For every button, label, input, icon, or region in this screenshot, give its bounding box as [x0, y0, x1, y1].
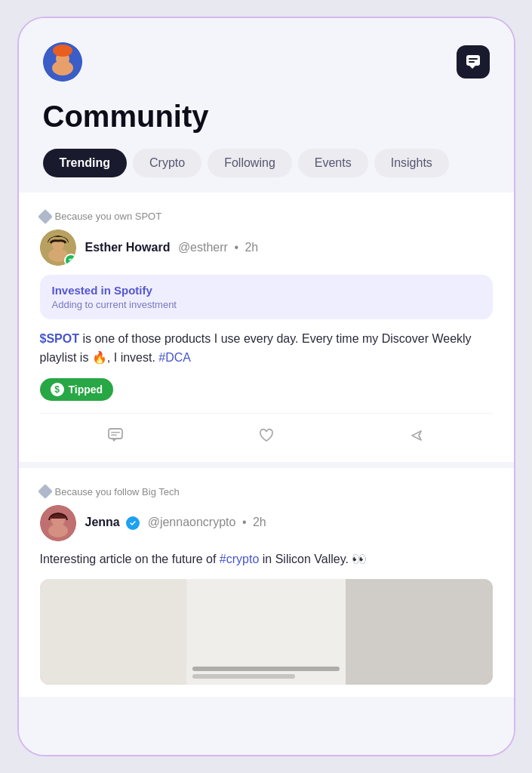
- post-author-row-1: Esther Howard @estherr • 2h: [40, 229, 493, 266]
- img-segment-1: [40, 579, 187, 685]
- post-text-plain-2a: Interesting article on the future of: [40, 553, 220, 565]
- author-info-1: Esther Howard @estherr • 2h: [85, 241, 259, 254]
- tipped-badge[interactable]: $ Tipped: [40, 378, 114, 401]
- tab-crypto[interactable]: Crypto: [133, 149, 201, 177]
- meta-tag-text-1: Because you own SPOT: [55, 211, 162, 222]
- tab-trending[interactable]: Trending: [43, 149, 128, 177]
- tab-following[interactable]: Following: [208, 149, 292, 177]
- post-meta-tag-1: Because you own SPOT: [40, 211, 493, 222]
- author-name-2[interactable]: Jenna @jennaoncrypto • 2h: [85, 516, 266, 530]
- tab-events[interactable]: Events: [298, 149, 368, 177]
- svg-rect-15: [111, 434, 117, 436]
- svg-rect-12: [109, 429, 122, 439]
- post-author-row-2: Jenna @jennaoncrypto • 2h: [40, 505, 493, 541]
- svg-rect-6: [469, 58, 478, 60]
- diamond-icon-2: [38, 484, 53, 499]
- svg-point-3: [53, 45, 72, 57]
- phone-container: Community Trending Crypto Following Even…: [17, 17, 515, 756]
- post-text-plain-2b: in Silicon Valley. 👀: [263, 553, 367, 565]
- img-segment-3: [346, 579, 493, 685]
- tab-insights[interactable]: Insights: [374, 149, 449, 177]
- feed-area: Because you own SPOT: [19, 192, 514, 755]
- image-content: [40, 579, 493, 685]
- user-avatar[interactable]: [43, 42, 82, 82]
- post-card-1: Because you own SPOT: [19, 192, 514, 462]
- meta-tag-text-2: Because you follow Big Tech: [55, 486, 180, 497]
- svg-marker-13: [112, 439, 117, 442]
- post-text-2: Interesting article on the future of #cr…: [40, 550, 493, 569]
- dollar-icon: $: [51, 383, 64, 396]
- chat-icon-button[interactable]: [457, 45, 490, 79]
- investment-sub: Adding to current investment: [52, 299, 481, 310]
- img-bar-2: [192, 674, 295, 679]
- img-segment-2: [186, 579, 346, 685]
- hashtag-dca[interactable]: #DCA: [158, 351, 191, 364]
- page-title: Community: [19, 94, 514, 149]
- jenna-avatar[interactable]: [40, 505, 76, 541]
- post-image-2: [40, 579, 493, 685]
- investment-title: Invested in Spotify: [52, 284, 481, 297]
- investment-badge[interactable]: Invested in Spotify Adding to current in…: [40, 275, 493, 319]
- tabs-container: Trending Crypto Following Events Insight…: [19, 149, 514, 192]
- ticker-spot[interactable]: $SPOT: [40, 332, 79, 345]
- tipped-label: Tipped: [69, 383, 103, 396]
- comment-button-1[interactable]: [92, 421, 139, 450]
- svg-rect-14: [111, 432, 120, 433]
- post-meta-tag-2: Because you follow Big Tech: [40, 486, 493, 497]
- img-bar-1: [192, 667, 340, 671]
- post-card-2: Because you follow Big Tech: [19, 468, 514, 698]
- post-text-1: $SPOT is one of those products I use eve…: [40, 330, 493, 368]
- hashtag-crypto[interactable]: #crypto: [220, 553, 259, 565]
- author-name-1[interactable]: Esther Howard @estherr • 2h: [85, 241, 259, 254]
- share-button-1[interactable]: [394, 421, 441, 450]
- verified-badge: [126, 516, 140, 530]
- like-button-1[interactable]: [243, 421, 290, 450]
- post-actions-1: [40, 413, 493, 450]
- svg-marker-5: [469, 66, 475, 69]
- header: [19, 18, 514, 94]
- esther-avatar[interactable]: [40, 229, 76, 266]
- spotify-badge: [64, 254, 76, 266]
- post-text-plain-1: is one of those products I use every day…: [40, 332, 472, 364]
- svg-rect-4: [466, 55, 480, 66]
- author-info-2: Jenna @jennaoncrypto • 2h: [85, 516, 266, 530]
- diamond-icon: [38, 209, 53, 224]
- svg-rect-7: [469, 61, 475, 63]
